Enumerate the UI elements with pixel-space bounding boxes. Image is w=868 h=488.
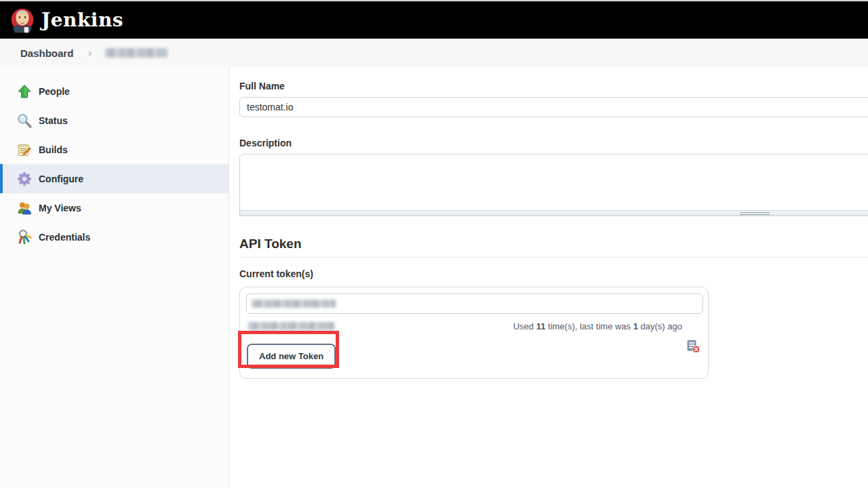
sidebar-item-people[interactable]: People (0, 77, 229, 106)
sidebar-item-label: People (39, 86, 70, 97)
add-new-token-button[interactable]: Add new Token (247, 344, 336, 369)
section-divider (239, 257, 868, 258)
app-title[interactable]: Jenkins (41, 9, 123, 31)
sidebar-item-builds[interactable]: Builds (0, 135, 229, 164)
token-usage-text: Used 11 time(s), last time was 1 day(s) … (513, 319, 700, 333)
gear-icon (16, 171, 33, 187)
full-name-label: Full Name (239, 81, 868, 92)
current-tokens-label: Current token(s) (239, 268, 868, 279)
api-token-heading: API Token (239, 237, 868, 251)
sidebar-item-label: Credentials (39, 232, 90, 243)
sidebar-item-label: Status (39, 115, 68, 126)
sidebar-item-label: My Views (39, 203, 81, 214)
main-panel: Full Name Description API Token Current … (229, 67, 868, 488)
usage-days: 1 (633, 321, 638, 331)
usage-count: 11 (536, 321, 546, 331)
keys-icon (16, 229, 33, 245)
textarea-resize-handle[interactable] (239, 211, 868, 216)
usage-mid: time(s), last time was (545, 321, 633, 331)
token-name-redacted (252, 300, 336, 308)
jenkins-logo-icon[interactable] (9, 6, 36, 35)
description-textarea[interactable] (239, 154, 868, 211)
revoke-token-icon[interactable] (686, 319, 700, 333)
arrow-up-icon (16, 83, 33, 100)
token-meta-row: Used 11 time(s), last time was 1 day(s) … (246, 319, 702, 333)
sidebar: People Status (0, 67, 229, 488)
breadcrumb-separator-icon: › (88, 47, 92, 58)
sidebar-item-configure[interactable]: Configure (0, 164, 229, 193)
sidebar-item-label: Configure (39, 174, 83, 184)
breadcrumb-dashboard-link[interactable]: Dashboard (20, 47, 73, 59)
breadcrumb-username-redacted[interactable] (105, 48, 167, 58)
content-area: People Status (0, 67, 868, 488)
sidebar-item-status[interactable]: Status (0, 106, 229, 135)
token-entry-card: Used 11 time(s), last time was 1 day(s) … (239, 287, 709, 379)
usage-prefix: Used (513, 321, 536, 331)
token-created-redacted (248, 322, 335, 330)
resize-grip-icon (740, 212, 770, 215)
description-label: Description (239, 138, 868, 148)
sidebar-item-label: Builds (39, 144, 68, 155)
sidebar-item-credentials[interactable]: Credentials (0, 222, 229, 251)
app-header: Jenkins (0, 1, 868, 39)
search-icon (16, 113, 33, 129)
token-name-input[interactable] (246, 293, 703, 314)
sidebar-item-my-views[interactable]: My Views (0, 193, 229, 222)
jenkins-user-configure-page: Jenkins Dashboard › People (0, 0, 868, 488)
usage-suffix: day(s) ago (638, 321, 682, 331)
people-pair-icon (16, 200, 33, 216)
full-name-input[interactable] (239, 97, 868, 117)
breadcrumb: Dashboard › (0, 39, 868, 67)
notepad-icon (16, 142, 33, 158)
